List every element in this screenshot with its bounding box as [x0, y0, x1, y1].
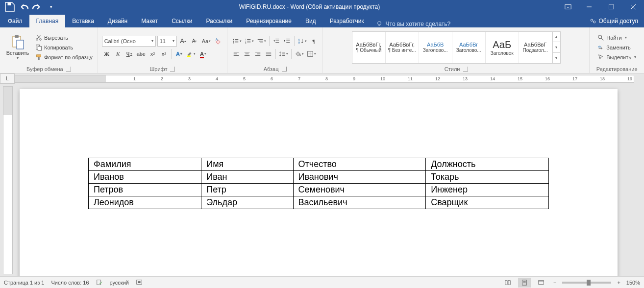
- zoom-level[interactable]: 150%: [626, 280, 640, 286]
- paragraph-dialog-launcher[interactable]: [282, 67, 287, 72]
- font-dialog-launcher[interactable]: [170, 67, 175, 72]
- status-macro[interactable]: [136, 279, 143, 287]
- replace-button[interactable]: abЗаменить: [595, 43, 638, 52]
- justify-button[interactable]: [264, 48, 273, 59]
- styles-up-icon[interactable]: ▴: [553, 32, 560, 42]
- shrink-font-button[interactable]: A▾: [190, 36, 199, 47]
- tab-file[interactable]: Файл: [1, 15, 29, 27]
- zoom-out-button[interactable]: −: [551, 280, 558, 286]
- align-right-button[interactable]: [253, 48, 263, 59]
- subscript-button[interactable]: x2: [148, 48, 157, 59]
- tab-mailings[interactable]: Рассылки: [199, 15, 239, 27]
- status-language[interactable]: русский: [110, 280, 129, 286]
- tab-view[interactable]: Вид: [298, 15, 323, 27]
- svg-text:3: 3: [245, 42, 247, 44]
- strikethrough-button[interactable]: abc: [136, 48, 147, 59]
- clear-formatting-button[interactable]: A: [213, 36, 223, 47]
- window-controls: [578, 0, 644, 14]
- format-painter-button[interactable]: Формат по образцу: [34, 53, 94, 61]
- minimize-button[interactable]: [578, 0, 600, 14]
- tab-insert[interactable]: Вставка: [65, 15, 101, 27]
- svg-point-14: [36, 38, 38, 40]
- paste-button[interactable]: Вставить ▾: [4, 33, 31, 61]
- undo-icon[interactable]: [18, 1, 29, 13]
- qat-more-icon[interactable]: ▾: [45, 1, 57, 13]
- brush-icon: [35, 54, 42, 61]
- tab-selector[interactable]: L: [0, 73, 15, 84]
- cut-button[interactable]: Вырезать: [34, 34, 94, 42]
- styles-down-icon[interactable]: ▾: [553, 42, 560, 52]
- tab-layout[interactable]: Макет: [134, 15, 165, 27]
- style-subtitle[interactable]: АаБбВвГПодзагол...: [519, 32, 552, 63]
- underline-button[interactable]: Ч: [124, 48, 134, 59]
- font-name-combo[interactable]: Calibri (Осно▾: [102, 36, 156, 47]
- tab-references[interactable]: Ссылки: [165, 15, 199, 27]
- shading-button[interactable]: [294, 48, 305, 59]
- redo-icon[interactable]: [31, 1, 43, 13]
- style-no-spacing[interactable]: АаБбВвГг,¶ Без инте...: [386, 32, 419, 63]
- show-marks-button[interactable]: ¶: [309, 36, 319, 47]
- sort-button[interactable]: AЯ: [297, 36, 308, 47]
- svg-point-6: [377, 22, 381, 25]
- font-size-combo[interactable]: 11▾: [157, 36, 177, 47]
- svg-text:Я: Я: [298, 41, 300, 44]
- zoom-in-button[interactable]: +: [615, 280, 622, 286]
- increase-indent-button[interactable]: [282, 36, 292, 47]
- status-page[interactable]: Страница 1 из 1: [4, 280, 44, 286]
- bullets-button[interactable]: [231, 36, 243, 47]
- align-left-button[interactable]: [231, 48, 241, 59]
- styles-more-icon[interactable]: ▾: [553, 52, 560, 63]
- titlebar: ▾ WiFiGiD.RU.docx - Word (Сбой активации…: [0, 0, 644, 14]
- window-title: WiFiGiD.RU.docx - Word (Сбой активации п…: [61, 3, 558, 10]
- line-spacing-button[interactable]: [278, 48, 289, 59]
- svg-rect-12: [15, 35, 19, 38]
- text-effects-button[interactable]: A: [174, 48, 184, 59]
- decrease-indent-button[interactable]: [272, 36, 281, 47]
- superscript-button[interactable]: x2: [159, 48, 169, 59]
- borders-button[interactable]: [306, 48, 317, 59]
- style-title[interactable]: АаБЗаголовок: [486, 32, 519, 63]
- change-case-button[interactable]: Aa: [201, 36, 212, 47]
- copy-button[interactable]: Копировать: [34, 44, 94, 51]
- tell-me-input[interactable]: [386, 21, 484, 27]
- italic-button[interactable]: К: [113, 48, 123, 59]
- tab-home[interactable]: Главная: [29, 15, 66, 27]
- style-heading1[interactable]: АаБбВЗаголово...: [419, 32, 452, 63]
- highlight-button[interactable]: [185, 48, 197, 59]
- zoom-slider[interactable]: [562, 282, 611, 284]
- bold-button[interactable]: Ж: [102, 48, 112, 59]
- maximize-button[interactable]: [600, 0, 622, 14]
- style-heading2[interactable]: АаБбВгЗаголово...: [452, 32, 486, 63]
- clipboard-dialog-launcher[interactable]: [66, 67, 71, 72]
- view-print-button[interactable]: [518, 278, 531, 288]
- ruler-horizontal[interactable]: 12345678910111213141516171819: [15, 75, 634, 83]
- document-area[interactable]: ФамилияИмяОтчествоДолжность ИвановИванИв…: [15, 84, 644, 276]
- select-button[interactable]: Выделить▾: [595, 53, 638, 62]
- save-icon[interactable]: [4, 1, 16, 13]
- table-row: ИвановИванИвановичТокарь: [89, 171, 549, 184]
- document-table[interactable]: ФамилияИмяОтчествоДолжность ИвановИванИв…: [88, 158, 549, 209]
- align-center-button[interactable]: [242, 48, 252, 59]
- paste-icon: [10, 34, 25, 50]
- status-spellcheck[interactable]: [96, 279, 103, 287]
- ribbon-display-options-icon[interactable]: [558, 3, 578, 10]
- close-button[interactable]: [622, 0, 644, 14]
- tab-design[interactable]: Дизайн: [101, 15, 134, 27]
- tab-developer[interactable]: Разработчик: [323, 15, 371, 27]
- view-read-button[interactable]: [501, 278, 514, 288]
- tab-review[interactable]: Рецензирование: [239, 15, 298, 27]
- styles-dialog-launcher[interactable]: [463, 67, 468, 72]
- multilevel-list-button[interactable]: [256, 36, 267, 47]
- numbering-button[interactable]: 123: [244, 36, 255, 47]
- styles-gallery[interactable]: АаБбВвГг,¶ Обычный АаБбВвГг,¶ Без инте..…: [352, 31, 561, 64]
- view-web-button[interactable]: [535, 278, 547, 288]
- share-button[interactable]: Общий доступ: [584, 15, 644, 27]
- style-normal[interactable]: АаБбВвГг,¶ Обычный: [352, 32, 386, 63]
- grow-font-button[interactable]: A▴: [178, 36, 188, 47]
- tell-me[interactable]: [371, 21, 584, 27]
- ruler-vertical[interactable]: [3, 86, 13, 274]
- status-word-count[interactable]: Число слов: 16: [51, 280, 89, 286]
- font-color-button[interactable]: A: [198, 48, 208, 59]
- zoom-thumb[interactable]: [587, 280, 591, 286]
- find-button[interactable]: Найти▾: [595, 33, 638, 42]
